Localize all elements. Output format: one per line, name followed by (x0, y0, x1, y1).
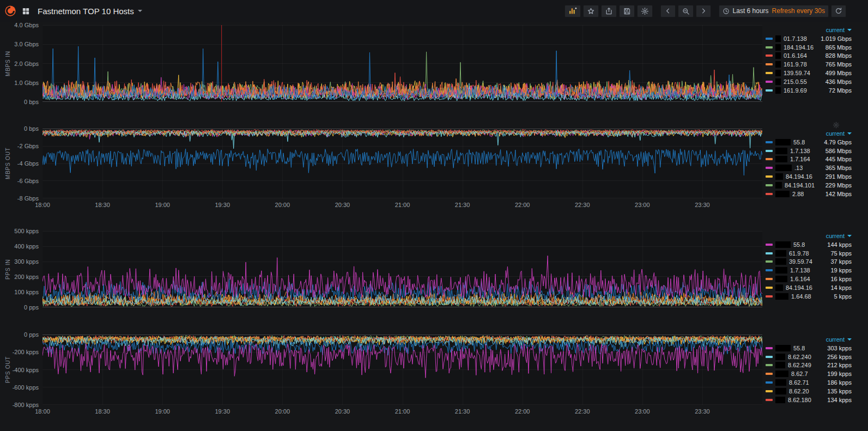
legend-row[interactable]: .13365 Mbps (766, 163, 852, 172)
series-label[interactable]: 215.0.55 (784, 78, 807, 85)
series-color-chip[interactable] (766, 399, 773, 401)
series-color-chip[interactable] (766, 364, 773, 366)
legend-row[interactable]: 8.62.180134 kpps (766, 396, 852, 404)
series-label[interactable]: 1.7.138 (790, 267, 810, 274)
series-label[interactable]: 139.59.74 (784, 70, 810, 76)
series-label[interactable]: 161.9.69 (784, 87, 807, 94)
legend-row[interactable]: 39.59.7437 kpps (766, 258, 852, 266)
series-color-chip[interactable] (766, 141, 773, 143)
series-color-chip[interactable] (766, 347, 773, 349)
graph-canvas-pps-out[interactable] (43, 335, 762, 405)
legend-row[interactable]: 1.6.16416 kpps (766, 275, 852, 283)
legend-row[interactable]: 1.7.13819 kpps (766, 266, 852, 275)
series-label[interactable]: 39.59.74 (789, 258, 812, 265)
star-button[interactable] (583, 5, 599, 17)
legend-row[interactable]: 1.64.685 kpps (766, 292, 852, 301)
series-label[interactable]: 1.7.164 (790, 156, 810, 162)
series-label[interactable]: 8.62.7 (791, 371, 808, 377)
series-label[interactable]: 84.194.101 (785, 182, 815, 189)
series-label[interactable]: 8.62.180 (788, 397, 811, 403)
time-forward-button[interactable] (696, 5, 711, 17)
dashboard-title-dropdown[interactable]: Fastnetmon TOP 10 Hosts (38, 7, 142, 16)
series-label[interactable]: 8.62.71 (789, 379, 809, 386)
series-label[interactable]: 8.62.249 (788, 362, 811, 368)
legend-row[interactable]: 84.194.16291 Mbps (766, 172, 852, 181)
series-color-chip[interactable] (766, 373, 773, 375)
legend-row[interactable]: 8.62.249212 kpps (766, 361, 852, 370)
legend-row[interactable]: 139.59.74499 Mbps (766, 69, 852, 77)
series-color-chip[interactable] (766, 167, 773, 169)
legend-row[interactable]: 55.84.79 Gbps (766, 138, 852, 147)
series-label[interactable]: 1.64.68 (791, 293, 811, 300)
legend-row[interactable]: 8.62.20135 kpps (766, 387, 852, 396)
legend-row[interactable]: 8.62.71186 kpps (766, 378, 852, 387)
series-label[interactable]: 84.194.16 (786, 173, 812, 180)
series-label[interactable]: 55.8 (793, 139, 805, 145)
series-color-chip[interactable] (766, 184, 773, 186)
series-label[interactable]: 84.194.16 (786, 284, 812, 291)
series-label[interactable]: 2.88 (792, 191, 804, 197)
series-color-chip[interactable] (766, 193, 773, 195)
legend-sort-current[interactable]: current (766, 231, 852, 240)
series-color-chip[interactable] (766, 89, 773, 92)
legend-row[interactable]: 8.62.7199 kpps (766, 369, 852, 378)
zoom-out-button[interactable] (678, 5, 694, 17)
legend-row[interactable]: 1.7.138586 Mbps (766, 147, 852, 155)
series-label[interactable]: 161.9.78 (784, 61, 807, 68)
legend-row[interactable]: 184.194.16865 Mbps (766, 43, 852, 52)
legend-row[interactable]: 61.9.7875 kpps (766, 249, 852, 258)
save-button[interactable] (619, 5, 635, 17)
legend-row[interactable]: 161.9.6972 Mbps (766, 86, 852, 95)
series-color-chip[interactable] (766, 390, 773, 392)
legend-row[interactable]: 215.0.55436 Mbps (766, 77, 852, 86)
series-label[interactable]: 1.6.164 (790, 276, 810, 282)
series-color-chip[interactable] (766, 244, 773, 246)
legend-row[interactable]: 01.6.164828 Mbps (766, 52, 852, 60)
series-label[interactable]: 8.62.20 (789, 388, 809, 394)
graph-canvas-mbps-out[interactable] (43, 129, 762, 198)
series-label[interactable]: 1.7.138 (790, 148, 810, 154)
series-color-chip[interactable] (766, 54, 773, 57)
legend-sort-current[interactable]: current (766, 25, 852, 34)
series-label[interactable]: 55.8 (793, 345, 805, 351)
legend-row[interactable]: 01.7.1381.019 Gbps (766, 34, 852, 43)
legend-row[interactable]: 161.9.78765 Mbps (766, 60, 852, 69)
legend-row[interactable]: 1.7.164445 Mbps (766, 155, 852, 164)
series-color-chip[interactable] (766, 287, 773, 289)
legend-row[interactable]: 8.62.240256 kpps (766, 353, 852, 361)
series-color-chip[interactable] (766, 269, 773, 271)
time-back-button[interactable] (660, 5, 676, 17)
series-color-chip[interactable] (766, 260, 773, 263)
legend-row[interactable]: 2.88142 Mbps (766, 190, 852, 198)
series-color-chip[interactable] (766, 295, 773, 298)
series-color-chip[interactable] (766, 158, 773, 160)
series-color-chip[interactable] (766, 38, 773, 40)
series-color-chip[interactable] (766, 72, 773, 74)
series-color-chip[interactable] (766, 63, 773, 65)
series-label[interactable]: .13 (794, 165, 803, 171)
series-color-chip[interactable] (766, 381, 773, 384)
legend-sort-current[interactable]: current (766, 335, 852, 344)
settings-button[interactable] (637, 5, 653, 17)
legend-row[interactable]: 84.194.101229 Mbps (766, 181, 852, 190)
graph-canvas-mbps-in[interactable] (43, 25, 762, 102)
series-color-chip[interactable] (766, 356, 773, 358)
refresh-button[interactable] (831, 5, 846, 17)
dashboard-picker-button[interactable] (22, 7, 30, 15)
share-button[interactable] (601, 5, 617, 17)
grafana-logo[interactable] (4, 5, 16, 17)
series-color-chip[interactable] (766, 150, 773, 152)
legend-row[interactable]: 55.8303 kpps (766, 344, 852, 353)
series-color-chip[interactable] (766, 81, 773, 83)
legend-row[interactable]: 55.8144 kpps (766, 240, 852, 249)
graph-canvas-pps-in[interactable] (43, 231, 762, 307)
time-picker-button[interactable]: Last 6 hours Refresh every 30s (719, 5, 829, 17)
add-panel-button[interactable] (564, 5, 581, 17)
series-label[interactable]: 184.194.16 (784, 44, 814, 51)
series-color-chip[interactable] (766, 175, 773, 178)
series-color-chip[interactable] (766, 252, 773, 254)
series-label[interactable]: 55.8 (793, 241, 805, 248)
series-label[interactable]: 01.6.164 (784, 52, 807, 59)
legend-row[interactable]: 84.194.1614 kpps (766, 283, 852, 292)
series-label[interactable]: 01.7.138 (784, 35, 807, 42)
